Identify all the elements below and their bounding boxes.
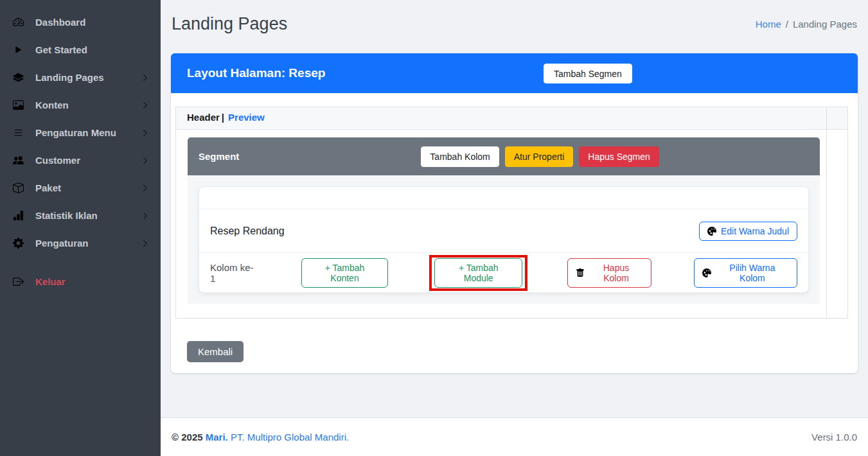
sidebar-item-pengaturan-menu[interactable]: Pengaturan Menu <box>0 119 161 146</box>
segment-side-cell <box>827 130 847 318</box>
layout-panel-card: Layout Halaman: Resep Tambah Segmen Head… <box>171 53 858 373</box>
speedometer-icon <box>12 17 25 28</box>
sidebar-item-label: Get Started <box>35 44 87 55</box>
sidebar-item-label: Dashboard <box>35 17 85 28</box>
tab-separator: | <box>222 112 224 123</box>
chevron-right-icon <box>141 74 149 82</box>
segment-header-bar: Segment Tambah Kolom Atur Properti Hapus… <box>188 137 820 175</box>
menu-list-icon <box>12 127 25 138</box>
sidebar-item-label: Pengaturan Menu <box>35 127 116 138</box>
segment-title-row: Resep Rendang Edit Warna Judul <box>199 209 808 253</box>
chevron-right-icon <box>141 212 149 220</box>
sidebar-item-label: Statistik Iklan <box>35 210 98 221</box>
column-row: Kolom ke- 1 + Tambah Konten + Tambah Mod… <box>199 253 808 292</box>
trash-icon <box>576 268 585 277</box>
delete-segment-button[interactable]: Hapus Segmen <box>579 146 659 167</box>
sidebar-item-konten[interactable]: Konten <box>0 91 161 119</box>
segment-content-title: Resep Rendang <box>210 225 285 237</box>
add-column-button[interactable]: Tambah Kolom <box>421 146 499 167</box>
footer-company-link[interactable]: PT. Multipro Global Mandiri. <box>231 432 349 443</box>
tab-header: Header <box>187 112 220 123</box>
sidebar-item-label: Customer <box>35 155 80 166</box>
sidebar-item-landing-pages[interactable]: Landing Pages <box>0 64 161 91</box>
segment-title: Segment <box>199 151 239 162</box>
layout-table: Header|Preview Segment Tambah Kolom Atur… <box>175 107 848 319</box>
add-content-button[interactable]: + Tambah Konten <box>301 258 388 288</box>
chevron-right-icon <box>141 101 149 109</box>
logout-icon <box>12 276 25 287</box>
breadcrumb-separator: / <box>786 19 788 30</box>
delete-column-button[interactable]: Hapus Kolom <box>567 258 651 288</box>
sidebar-item-customer[interactable]: Customer <box>0 146 161 174</box>
column-label: Kolom ke- 1 <box>210 262 261 284</box>
breadcrumb-current: Landing Pages <box>793 19 857 30</box>
highlight-annotation: + Tambah Module <box>429 255 527 291</box>
segment-container: Segment Tambah Kolom Atur Properti Hapus… <box>176 130 827 318</box>
palette-icon <box>702 268 711 277</box>
sidebar-item-paket[interactable]: Paket <box>0 174 161 202</box>
set-properties-button[interactable]: Atur Properti <box>505 146 574 167</box>
panel-footer-area: Kembali <box>175 319 848 373</box>
tab-bar-side-cell <box>827 107 847 130</box>
panel-title: Layout Halaman: Resep <box>187 66 325 80</box>
sidebar-item-label: Paket <box>35 182 61 193</box>
image-icon <box>12 100 25 110</box>
edit-title-color-button[interactable]: Edit Warna Judul <box>699 222 797 241</box>
footer: © 2025 Mari. PT. Multipro Global Mandiri… <box>161 417 868 456</box>
sidebar-item-get-started[interactable]: Get Started <box>0 36 161 64</box>
sidebar-item-label: Konten <box>35 100 69 110</box>
page-header: Landing Pages Home/Landing Pages <box>171 0 858 40</box>
main-area: Landing Pages Home/Landing Pages Layout … <box>161 0 868 456</box>
gear-icon <box>12 238 25 249</box>
chevron-right-icon <box>141 240 149 247</box>
panel-header: Layout Halaman: Resep Tambah Segmen <box>171 53 858 93</box>
package-icon <box>12 182 25 193</box>
sidebar-item-pengaturan[interactable]: Pengaturan <box>0 229 161 257</box>
play-icon <box>12 44 25 55</box>
sidebar-item-statistik-iklan[interactable]: Statistik Iklan <box>0 202 161 229</box>
app-root: Dashboard Get Started Landing Pages Kont… <box>0 0 868 456</box>
chevron-right-icon <box>141 184 149 192</box>
footer-version: Versi 1.0.0 <box>811 432 857 443</box>
segment-body: Resep Rendang Edit Warna Judul Kolom ke-… <box>188 175 820 304</box>
sidebar-item-dashboard[interactable]: Dashboard <box>0 8 161 36</box>
footer-brand-link[interactable]: Mari. <box>206 432 228 443</box>
chevron-right-icon <box>141 157 149 164</box>
palette-icon <box>707 227 716 236</box>
breadcrumb: Home/Landing Pages <box>756 19 857 30</box>
users-icon <box>12 155 25 166</box>
footer-left: © 2025 Mari. PT. Multipro Global Mandiri… <box>172 432 349 443</box>
chevron-right-icon <box>141 129 149 137</box>
page-title: Landing Pages <box>172 14 287 34</box>
content-area: Landing Pages Home/Landing Pages Layout … <box>161 0 868 417</box>
sidebar: Dashboard Get Started Landing Pages Kont… <box>0 0 161 456</box>
sidebar-item-label: Keluar <box>35 276 66 287</box>
back-button[interactable]: Kembali <box>187 341 244 362</box>
bar-chart-icon <box>12 210 25 221</box>
add-segment-button[interactable]: Tambah Segmen <box>544 64 632 83</box>
pick-column-color-button[interactable]: Pilih Warna Kolom <box>694 258 797 288</box>
sidebar-item-label: Landing Pages <box>35 72 104 83</box>
panel-body: Header|Preview Segment Tambah Kolom Atur… <box>171 93 858 373</box>
segment-actions: Tambah Kolom Atur Properti Hapus Segmen <box>421 146 659 167</box>
tab-preview-link[interactable]: Preview <box>228 112 265 123</box>
breadcrumb-home-link[interactable]: Home <box>756 19 781 30</box>
segment-content-card-top-strip <box>199 187 808 209</box>
segment-content-card: Resep Rendang Edit Warna Judul Kolom ke-… <box>199 186 809 293</box>
sidebar-item-keluar[interactable]: Keluar <box>0 268 161 295</box>
footer-copyright: © 2025 <box>172 432 203 443</box>
add-module-button[interactable]: + Tambah Module <box>434 258 522 288</box>
layers-icon <box>12 72 25 83</box>
sidebar-item-label: Pengaturan <box>35 238 89 249</box>
tab-bar: Header|Preview <box>176 107 827 130</box>
